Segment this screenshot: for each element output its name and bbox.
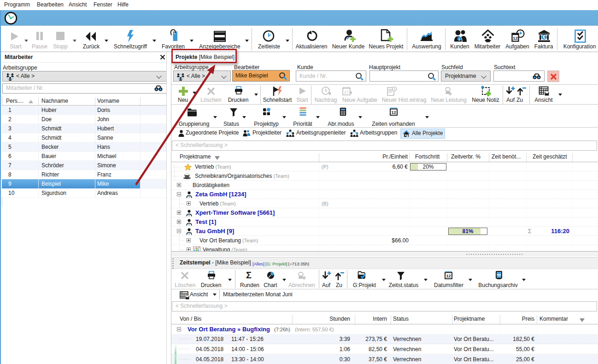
svg-text:17: 17 [344, 90, 349, 94]
svg-text:12: 12 [513, 35, 518, 41]
svg-text:€: € [543, 35, 545, 40]
svg-text:12: 12 [391, 110, 396, 115]
svg-text:12: 12 [446, 273, 451, 278]
